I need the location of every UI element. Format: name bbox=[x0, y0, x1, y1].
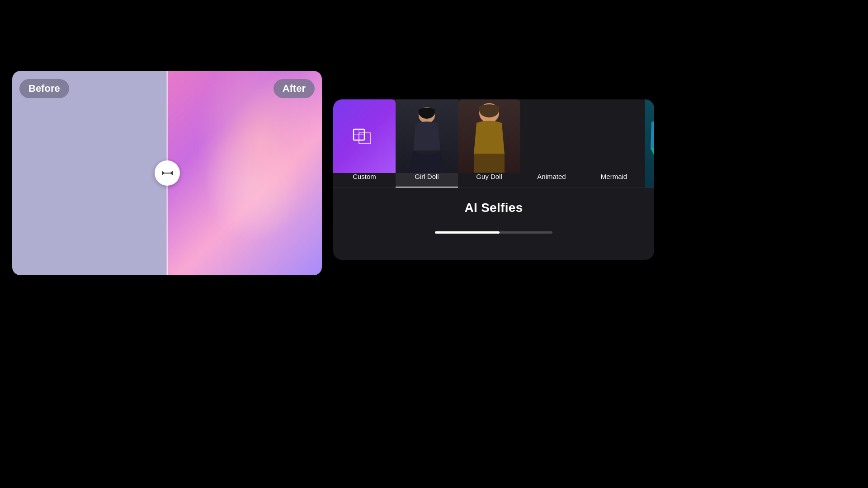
style-card-mermaid[interactable]: 👑 Mermaid bbox=[583, 99, 645, 188]
guy-doll-card-label: Guy Doll bbox=[476, 173, 502, 180]
after-label: After bbox=[274, 79, 315, 98]
mermaid-card-label: Mermaid bbox=[601, 173, 627, 180]
style-card-girl-doll[interactable]: Girl Doll bbox=[396, 99, 458, 188]
comparison-slider[interactable] bbox=[155, 160, 180, 186]
progress-bar-fill bbox=[435, 231, 500, 234]
custom-card-label: Custom bbox=[353, 173, 376, 180]
before-label: Before bbox=[19, 79, 69, 98]
ai-selfies-section: AI Selfies bbox=[333, 188, 654, 260]
style-card-guy-doll[interactable]: Guy Doll bbox=[458, 99, 520, 188]
before-half bbox=[12, 71, 167, 275]
ai-selfies-title: AI Selfies bbox=[464, 201, 523, 215]
animated-card-label: Animated bbox=[537, 173, 566, 180]
after-image bbox=[167, 71, 322, 275]
style-card-custom[interactable]: Custom bbox=[333, 99, 396, 188]
style-cards-row: Custom Girl Doll bbox=[333, 99, 654, 188]
comparison-panel: Before After bbox=[12, 71, 322, 275]
girl-doll-card-image bbox=[396, 99, 458, 173]
guy-doll-card-image bbox=[458, 99, 520, 173]
style-card-partial[interactable] bbox=[645, 99, 654, 188]
after-half bbox=[167, 71, 322, 275]
girl-doll-card-label: Girl Doll bbox=[415, 173, 439, 180]
right-panel: Custom Girl Doll bbox=[333, 99, 654, 260]
svg-rect-8 bbox=[474, 154, 505, 173]
style-card-animated[interactable]: 👑 Animated bbox=[520, 99, 583, 188]
custom-card-image bbox=[333, 99, 396, 173]
slider-arrows bbox=[161, 169, 174, 178]
progress-bar-container bbox=[435, 231, 552, 234]
